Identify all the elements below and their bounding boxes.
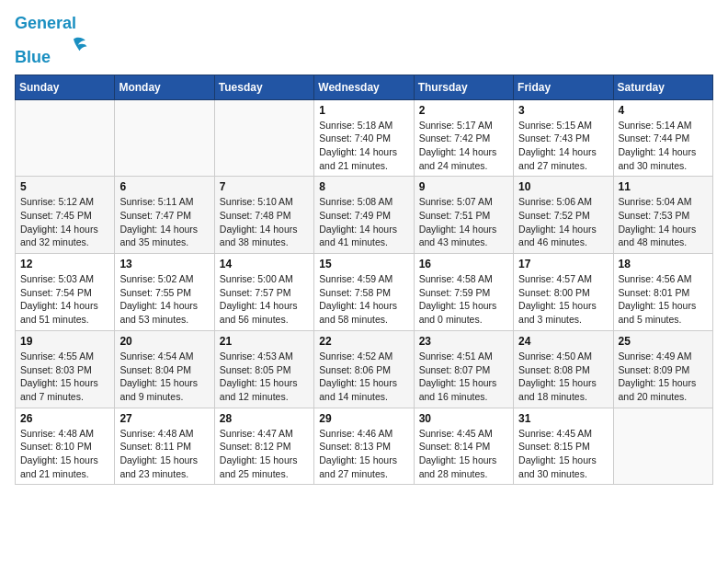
calendar-cell: 2Sunrise: 5:17 AM Sunset: 7:42 PM Daylig… bbox=[414, 99, 513, 177]
calendar-body: 1Sunrise: 5:18 AM Sunset: 7:40 PM Daylig… bbox=[16, 99, 713, 485]
calendar-cell: 8Sunrise: 5:08 AM Sunset: 7:49 PM Daylig… bbox=[314, 177, 414, 254]
day-number: 19 bbox=[20, 335, 109, 348]
calendar-cell: 7Sunrise: 5:10 AM Sunset: 7:48 PM Daylig… bbox=[214, 177, 313, 254]
logo-bird-icon bbox=[59, 33, 88, 63]
day-info: Sunrise: 5:06 AM Sunset: 7:52 PM Dayligh… bbox=[518, 195, 608, 249]
calendar-cell: 6Sunrise: 5:11 AM Sunset: 7:47 PM Daylig… bbox=[115, 177, 214, 254]
weekday-header-tuesday: Tuesday bbox=[214, 75, 313, 99]
day-info: Sunrise: 5:08 AM Sunset: 7:49 PM Dayligh… bbox=[319, 195, 408, 249]
logo: General Blue bbox=[15, 15, 88, 67]
calendar-cell: 9Sunrise: 5:07 AM Sunset: 7:51 PM Daylig… bbox=[414, 177, 513, 254]
day-number: 4 bbox=[619, 104, 708, 117]
calendar-cell: 21Sunrise: 4:53 AM Sunset: 8:05 PM Dayli… bbox=[214, 330, 313, 408]
day-number: 30 bbox=[419, 412, 508, 425]
day-info: Sunrise: 5:10 AM Sunset: 7:48 PM Dayligh… bbox=[220, 195, 309, 249]
day-info: Sunrise: 4:45 AM Sunset: 8:15 PM Dayligh… bbox=[518, 427, 608, 481]
day-info: Sunrise: 4:45 AM Sunset: 8:14 PM Dayligh… bbox=[419, 427, 508, 481]
calendar-cell: 12Sunrise: 5:03 AM Sunset: 7:54 PM Dayli… bbox=[16, 254, 115, 331]
calendar-cell: 31Sunrise: 4:45 AM Sunset: 8:15 PM Dayli… bbox=[514, 408, 613, 485]
day-info: Sunrise: 4:50 AM Sunset: 8:08 PM Dayligh… bbox=[518, 350, 608, 404]
day-number: 17 bbox=[518, 258, 608, 270]
day-info: Sunrise: 5:00 AM Sunset: 7:57 PM Dayligh… bbox=[220, 272, 309, 327]
calendar-cell: 1Sunrise: 5:18 AM Sunset: 7:40 PM Daylig… bbox=[314, 99, 414, 177]
calendar-cell: 4Sunrise: 5:14 AM Sunset: 7:44 PM Daylig… bbox=[613, 99, 712, 177]
day-number: 15 bbox=[319, 258, 408, 270]
calendar-cell: 10Sunrise: 5:06 AM Sunset: 7:52 PM Dayli… bbox=[514, 177, 613, 254]
logo-blue: Blue bbox=[15, 48, 51, 66]
day-number: 21 bbox=[220, 335, 309, 348]
day-number: 8 bbox=[319, 180, 408, 193]
calendar-cell: 23Sunrise: 4:51 AM Sunset: 8:07 PM Dayli… bbox=[414, 330, 513, 408]
day-info: Sunrise: 5:17 AM Sunset: 7:42 PM Dayligh… bbox=[419, 119, 508, 173]
calendar-cell: 30Sunrise: 4:45 AM Sunset: 8:14 PM Dayli… bbox=[414, 408, 513, 485]
weekday-header-friday: Friday bbox=[514, 75, 613, 99]
calendar-cell: 24Sunrise: 4:50 AM Sunset: 8:08 PM Dayli… bbox=[514, 330, 613, 408]
day-number: 14 bbox=[220, 258, 309, 270]
calendar-cell: 14Sunrise: 5:00 AM Sunset: 7:57 PM Dayli… bbox=[214, 254, 313, 331]
calendar-cell: 16Sunrise: 4:58 AM Sunset: 7:59 PM Dayli… bbox=[414, 254, 513, 331]
calendar-cell: 15Sunrise: 4:59 AM Sunset: 7:58 PM Dayli… bbox=[314, 254, 414, 331]
day-number: 10 bbox=[518, 180, 608, 193]
calendar-cell: 27Sunrise: 4:48 AM Sunset: 8:11 PM Dayli… bbox=[115, 408, 214, 485]
day-number: 18 bbox=[619, 258, 708, 270]
calendar-cell: 28Sunrise: 4:47 AM Sunset: 8:12 PM Dayli… bbox=[214, 408, 313, 485]
day-number: 26 bbox=[20, 412, 109, 425]
day-info: Sunrise: 4:49 AM Sunset: 8:09 PM Dayligh… bbox=[619, 350, 708, 404]
day-info: Sunrise: 4:47 AM Sunset: 8:12 PM Dayligh… bbox=[220, 427, 309, 481]
day-number: 2 bbox=[419, 104, 508, 117]
day-number: 16 bbox=[419, 258, 508, 270]
day-info: Sunrise: 4:46 AM Sunset: 8:13 PM Dayligh… bbox=[319, 427, 408, 481]
day-number: 3 bbox=[518, 104, 608, 117]
day-info: Sunrise: 5:15 AM Sunset: 7:43 PM Dayligh… bbox=[518, 119, 608, 173]
calendar-cell: 22Sunrise: 4:52 AM Sunset: 8:06 PM Dayli… bbox=[314, 330, 414, 408]
calendar-cell bbox=[613, 408, 712, 485]
day-info: Sunrise: 5:11 AM Sunset: 7:47 PM Dayligh… bbox=[119, 195, 209, 249]
calendar-cell: 20Sunrise: 4:54 AM Sunset: 8:04 PM Dayli… bbox=[115, 330, 214, 408]
calendar-cell: 18Sunrise: 4:56 AM Sunset: 8:01 PM Dayli… bbox=[613, 254, 712, 331]
day-info: Sunrise: 4:48 AM Sunset: 8:10 PM Dayligh… bbox=[20, 427, 109, 481]
day-number: 9 bbox=[419, 180, 508, 193]
day-number: 1 bbox=[319, 104, 408, 117]
calendar-cell: 17Sunrise: 4:57 AM Sunset: 8:00 PM Dayli… bbox=[514, 254, 613, 331]
day-info: Sunrise: 5:07 AM Sunset: 7:51 PM Dayligh… bbox=[419, 195, 508, 249]
day-info: Sunrise: 5:04 AM Sunset: 7:53 PM Dayligh… bbox=[619, 195, 708, 249]
day-number: 29 bbox=[319, 412, 408, 425]
logo-general: General bbox=[15, 14, 76, 32]
calendar-cell: 26Sunrise: 4:48 AM Sunset: 8:10 PM Dayli… bbox=[16, 408, 115, 485]
day-info: Sunrise: 5:18 AM Sunset: 7:40 PM Dayligh… bbox=[319, 119, 408, 173]
calendar-cell bbox=[214, 99, 313, 177]
day-number: 28 bbox=[220, 412, 309, 425]
calendar-cell bbox=[16, 99, 115, 177]
day-info: Sunrise: 5:14 AM Sunset: 7:44 PM Dayligh… bbox=[619, 119, 708, 173]
calendar-table: SundayMondayTuesdayWednesdayThursdayFrid… bbox=[15, 75, 713, 486]
weekday-header-sunday: Sunday bbox=[16, 75, 115, 99]
day-number: 22 bbox=[319, 335, 408, 348]
calendar-week-row: 26Sunrise: 4:48 AM Sunset: 8:10 PM Dayli… bbox=[16, 408, 713, 485]
day-info: Sunrise: 5:02 AM Sunset: 7:55 PM Dayligh… bbox=[119, 272, 209, 327]
day-info: Sunrise: 4:57 AM Sunset: 8:00 PM Dayligh… bbox=[518, 272, 608, 327]
calendar-cell: 5Sunrise: 5:12 AM Sunset: 7:45 PM Daylig… bbox=[16, 177, 115, 254]
calendar-week-row: 19Sunrise: 4:55 AM Sunset: 8:03 PM Dayli… bbox=[16, 330, 713, 408]
day-info: Sunrise: 5:12 AM Sunset: 7:45 PM Dayligh… bbox=[20, 195, 109, 249]
calendar-cell: 29Sunrise: 4:46 AM Sunset: 8:13 PM Dayli… bbox=[314, 408, 414, 485]
day-number: 11 bbox=[619, 180, 708, 193]
calendar-cell: 3Sunrise: 5:15 AM Sunset: 7:43 PM Daylig… bbox=[514, 99, 613, 177]
day-info: Sunrise: 4:52 AM Sunset: 8:06 PM Dayligh… bbox=[319, 350, 408, 404]
page-header: General Blue bbox=[15, 15, 713, 67]
day-number: 25 bbox=[619, 335, 708, 348]
calendar-cell bbox=[115, 99, 214, 177]
weekday-header-monday: Monday bbox=[115, 75, 214, 99]
day-info: Sunrise: 5:03 AM Sunset: 7:54 PM Dayligh… bbox=[20, 272, 109, 327]
calendar-header: SundayMondayTuesdayWednesdayThursdayFrid… bbox=[16, 75, 713, 99]
day-number: 13 bbox=[119, 258, 209, 270]
day-number: 7 bbox=[220, 180, 309, 193]
calendar-week-row: 5Sunrise: 5:12 AM Sunset: 7:45 PM Daylig… bbox=[16, 177, 713, 254]
day-number: 31 bbox=[518, 412, 608, 425]
day-info: Sunrise: 4:55 AM Sunset: 8:03 PM Dayligh… bbox=[20, 350, 109, 404]
weekday-header-wednesday: Wednesday bbox=[314, 75, 414, 99]
day-info: Sunrise: 4:48 AM Sunset: 8:11 PM Dayligh… bbox=[119, 427, 209, 481]
calendar-cell: 11Sunrise: 5:04 AM Sunset: 7:53 PM Dayli… bbox=[613, 177, 712, 254]
calendar-cell: 25Sunrise: 4:49 AM Sunset: 8:09 PM Dayli… bbox=[613, 330, 712, 408]
calendar-cell: 13Sunrise: 5:02 AM Sunset: 7:55 PM Dayli… bbox=[115, 254, 214, 331]
day-number: 24 bbox=[518, 335, 608, 348]
